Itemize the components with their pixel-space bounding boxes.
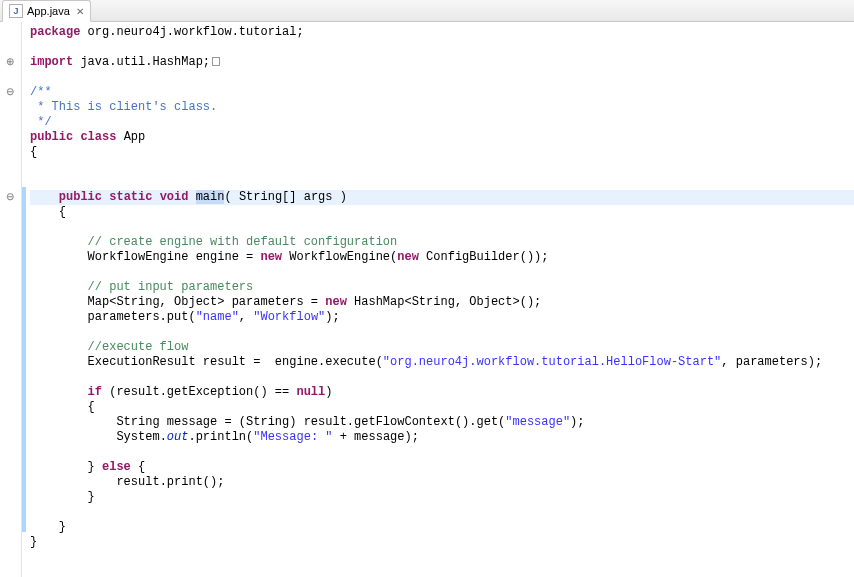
code-line: package org.neuro4j.workflow.tutorial;: [30, 25, 854, 40]
code-line: [30, 325, 854, 340]
method-name-selection: main: [196, 190, 225, 204]
gutter-row: [0, 25, 21, 40]
code-line: public class App: [30, 130, 854, 145]
code-line: if (result.getException() == null): [30, 385, 854, 400]
code-line: String message = (String) result.getFlow…: [30, 415, 854, 430]
gutter[interactable]: [0, 22, 22, 577]
code-line: {: [30, 145, 854, 160]
code-line: } else {: [30, 460, 854, 475]
code-line-current: public static void main( String[] args ): [30, 190, 854, 205]
change-marker: [22, 187, 26, 532]
gutter-row: [0, 100, 21, 115]
code-line: System.out.println("Message: " + message…: [30, 430, 854, 445]
code-line: [30, 505, 854, 520]
code-line: result.print();: [30, 475, 854, 490]
code-line: Map<String, Object> parameters = new Has…: [30, 295, 854, 310]
gutter-row: [0, 115, 21, 130]
code-line: [30, 175, 854, 190]
fold-collapse-icon[interactable]: [0, 190, 21, 205]
fold-expand-icon[interactable]: [0, 55, 21, 70]
java-file-icon: [9, 4, 23, 18]
code-line: [30, 40, 854, 55]
code-line: [30, 370, 854, 385]
code-line: }: [30, 535, 854, 550]
code-line: */: [30, 115, 854, 130]
code-line: [30, 160, 854, 175]
file-tab[interactable]: App.java ✕: [2, 0, 91, 22]
gutter-row: [0, 160, 21, 175]
editor-tab-bar: App.java ✕: [0, 0, 854, 22]
gutter-row: [0, 175, 21, 190]
code-line: //execute flow: [30, 340, 854, 355]
code-line: {: [30, 205, 854, 220]
code-line: parameters.put("name", "Workflow");: [30, 310, 854, 325]
fold-collapse-icon[interactable]: [0, 85, 21, 100]
code-line: [30, 70, 854, 85]
code-line: WorkflowEngine engine = new WorkflowEngi…: [30, 250, 854, 265]
code-line: /**: [30, 85, 854, 100]
folded-imports-icon[interactable]: [212, 57, 220, 66]
code-line: ExecutionResult result = engine.execute(…: [30, 355, 854, 370]
code-line: // create engine with default configurat…: [30, 235, 854, 250]
code-line: import java.util.HashMap;: [30, 55, 854, 70]
close-icon[interactable]: ✕: [76, 6, 84, 17]
code-line: [30, 220, 854, 235]
gutter-row: [0, 40, 21, 55]
code-line: }: [30, 490, 854, 505]
editor-container: package org.neuro4j.workflow.tutorial; i…: [0, 22, 854, 577]
code-line: [30, 265, 854, 280]
gutter-row: [0, 145, 21, 160]
code-line: {: [30, 400, 854, 415]
code-line: * This is client's class.: [30, 100, 854, 115]
gutter-row: [0, 130, 21, 145]
code-line: // put input parameters: [30, 280, 854, 295]
code-area[interactable]: package org.neuro4j.workflow.tutorial; i…: [22, 22, 854, 577]
gutter-row: [0, 70, 21, 85]
code-line: }: [30, 520, 854, 535]
code-line: [30, 445, 854, 460]
tab-filename: App.java: [27, 5, 70, 17]
